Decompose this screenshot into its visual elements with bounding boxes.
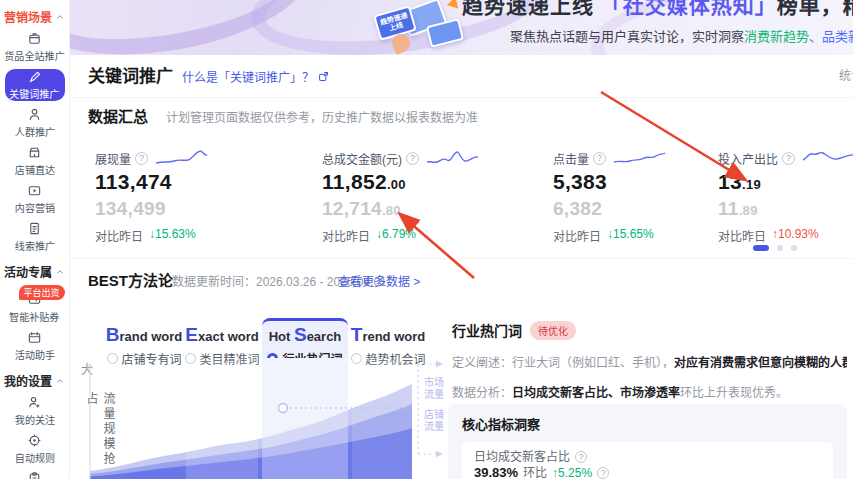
shop-traffic-label: 店铺流量 xyxy=(424,409,448,433)
sidebar-item-label: 智能补贴券 xyxy=(9,309,59,323)
sidebar-item-follows[interactable]: 我的关注 xyxy=(3,395,67,427)
metric-gmv[interactable]: 总成交金额(元) ? 11,852.00 12,714.80 对比昨日 ↓6.7… xyxy=(322,148,512,244)
summary-title: 数据汇总 xyxy=(88,105,148,126)
carousel-dot-active xyxy=(753,245,769,251)
compare-label: 对比昨日 xyxy=(95,227,143,244)
help-icon[interactable]: ? xyxy=(135,152,148,165)
corner-clipped-text: 统计 xyxy=(839,66,853,83)
compare-label: 对比昨日 xyxy=(553,227,601,244)
change-value: ↓6.79% xyxy=(376,227,416,244)
carousel-dot xyxy=(791,245,797,251)
sidebar-item-operation-log[interactable]: 我的操作记录 xyxy=(3,471,67,479)
sidebar-item-label: 自动规则 xyxy=(14,450,54,464)
sidebar: 营销场景 货品全站推广 关键词推广 人群推广 店铺直达 内容营销 线索推广 xyxy=(0,0,70,479)
core-metric-value: 39.83% xyxy=(474,465,518,479)
change-value: ↓15.63% xyxy=(149,227,196,244)
target-icon xyxy=(27,433,42,448)
help-icon[interactable]: ? xyxy=(597,467,609,479)
help-icon[interactable]: ? xyxy=(782,152,795,165)
chevron-up-icon xyxy=(55,376,65,386)
tab-english-label: Hot Search xyxy=(269,325,342,347)
sidebar-item-smart-coupon[interactable]: 平台出资 智能补贴券 xyxy=(3,292,67,324)
metric-prev-value: 11.89 xyxy=(718,198,853,220)
sidebar-item-keyword[interactable]: 关键词推广 xyxy=(5,69,65,101)
sidebar-section-marketing[interactable]: 营销场景 xyxy=(4,8,65,25)
carousel-dot xyxy=(777,245,783,251)
metric-clicks[interactable]: 点击量 ? 5,383 6,382 对比昨日 ↓15.65% xyxy=(553,148,743,244)
best-title: BEST方法论 xyxy=(88,269,173,290)
sidebar-item-full-site[interactable]: 货品全站推广 xyxy=(3,31,67,63)
metric-label: 投入产出比 xyxy=(718,150,778,167)
main-area: 趋势速递上线 趋势速递上线 「社交媒体热知」榜单，精准捕捉 聚焦热点话题与用户真… xyxy=(70,0,853,479)
compare-label: 对比昨日 xyxy=(718,227,766,244)
tab-english-label: Exact word xyxy=(185,325,258,347)
sparkline xyxy=(801,148,853,168)
sidebar-section-settings[interactable]: 我的设置 xyxy=(4,372,65,389)
view-more-link[interactable]: 查看更多数据 > xyxy=(338,272,420,289)
sidebar-item-shop-direct[interactable]: 店铺直达 xyxy=(3,145,67,177)
tab-english-label: Brand word xyxy=(106,325,183,347)
definition-line: 定义阐述：行业大词（例如口红、手机），对应有消费需求但意向模糊的人群，拉新效果显… xyxy=(452,353,847,370)
section-title: 我的设置 xyxy=(4,372,52,389)
core-metric-box: 日均成交新客占比 ? 39.83% 环比 ↑5.25% ? 同行同层均值 34.… xyxy=(462,442,833,479)
help-icon[interactable]: ? xyxy=(575,451,587,463)
media-icon xyxy=(27,183,42,198)
sidebar-item-auto-rules[interactable]: 自动规则 xyxy=(3,433,67,465)
sidebar-item-label: 关键词推广 xyxy=(9,86,59,100)
core-metrics-card: 核心指标洞察 日均成交新客占比 ? 39.83% 环比 ↑5.25% ? 同行同… xyxy=(448,404,847,479)
page-title: 关键词推广 xyxy=(88,62,173,87)
metric-impressions[interactable]: 展现量 ? 113,474 134,499 对比昨日 ↓15.63% xyxy=(95,148,285,244)
metric-prev-value: 12,714.80 xyxy=(322,198,512,220)
banner-headline: 趋势速递上线 「社交媒体热知」榜单，精准捕捉 xyxy=(462,0,853,19)
metric-value: 5,383 xyxy=(553,170,743,194)
sidebar-item-label: 内容营销 xyxy=(14,200,54,214)
sidebar-item-label: 人群推广 xyxy=(14,124,54,138)
sidebar-item-content[interactable]: 内容营销 xyxy=(3,183,67,215)
promo-banner[interactable]: 趋势速递上线 趋势速递上线 「社交媒体热知」榜单，精准捕捉 聚焦热点话题与用户真… xyxy=(70,0,853,55)
sidebar-item-audience[interactable]: 人群推广 xyxy=(3,107,67,139)
chevron-up-icon xyxy=(55,267,65,277)
sparkline xyxy=(612,148,667,168)
tab-english-label: Trend word xyxy=(351,325,425,347)
help-icon[interactable]: ? xyxy=(406,152,419,165)
chevron-up-icon xyxy=(55,12,65,22)
change-value: ↓15.65% xyxy=(607,227,654,244)
divider xyxy=(70,97,853,98)
sidebar-item-leads[interactable]: 线索推广 xyxy=(3,221,67,253)
sidebar-section-events[interactable]: 活动专属 xyxy=(4,263,65,280)
sparkline xyxy=(425,148,480,168)
industry-hot-words-card: 行业热门词 待优化 定义阐述：行业大词（例如口红、手机），对应有消费需求但意向模… xyxy=(452,320,847,400)
status-badge: 待优化 xyxy=(530,321,576,340)
shop-icon xyxy=(27,145,42,160)
carousel-dots[interactable] xyxy=(753,245,797,251)
sparkline xyxy=(154,148,209,168)
summary-note: 计划管理页面数据仅供参考，历史推广数据以报表数据为准 xyxy=(166,108,478,125)
traffic-area-chart xyxy=(78,358,450,479)
metric-roi[interactable]: 投入产出比 ? 13.19 11.89 对比昨日 ↑10.93% xyxy=(718,148,853,244)
section-title: 活动专属 xyxy=(4,263,52,280)
help-icon[interactable]: ? xyxy=(593,152,606,165)
sidebar-item-label: 线索推广 xyxy=(14,238,54,252)
sidebar-item-label: 我的关注 xyxy=(14,412,54,426)
metric-value: 113,474 xyxy=(95,170,285,194)
what-is-link[interactable]: 什么是「关键词推广」？ xyxy=(182,68,329,85)
market-traffic-label: 市场流量 xyxy=(424,377,448,401)
ratio-value: ↑5.25% xyxy=(552,465,592,479)
platform-funded-badge: 平台出资 xyxy=(19,285,65,300)
metric-value: 13.19 xyxy=(718,170,853,194)
metric-label: 总成交金额(元) xyxy=(322,150,402,167)
sidebar-item-event-helper[interactable]: 活动助手 xyxy=(3,330,67,362)
sidebar-item-label: 货品全站推广 xyxy=(4,48,64,62)
metric-label: 点击量 xyxy=(553,150,589,167)
data-analysis-line: 数据分析：日均成交新客占比、市场渗透率环比上升表现优秀。 xyxy=(452,383,847,400)
follow-icon xyxy=(27,395,42,410)
keyword-pen-icon xyxy=(28,69,42,84)
compare-label: 对比昨日 xyxy=(322,227,370,244)
calendar-icon xyxy=(27,330,42,345)
core-metric-label: 日均成交新客占比 xyxy=(474,449,570,465)
banner-subline: 聚焦热点话题与用户真实讨论，实时洞察消费新趋势、品类新机会 xyxy=(510,26,853,45)
change-value: ↑10.93% xyxy=(772,227,819,244)
person-icon xyxy=(27,107,42,122)
section-title: 营销场景 xyxy=(4,8,52,25)
sidebar-item-label: 店铺直达 xyxy=(14,162,54,176)
